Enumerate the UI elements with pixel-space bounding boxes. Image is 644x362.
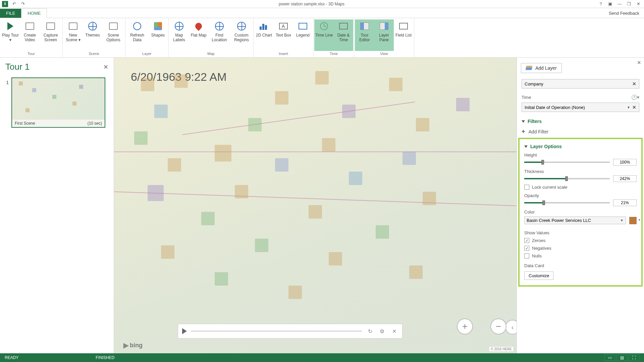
filters-section-header[interactable]: Filters (522, 119, 639, 124)
time-field-input[interactable] (525, 105, 627, 110)
timeline-play-button[interactable] (182, 328, 187, 334)
title-bar: X ↶ ↷ power station sample.xlsx - 3D Map… (0, 0, 644, 8)
time-player: ↻ ⚙ ✕ (178, 324, 402, 339)
time-line-button[interactable]: Time Line (314, 19, 334, 51)
color-field-select[interactable]: Basin Creek Power Services LLC▼ (524, 217, 626, 224)
add-layer-button[interactable]: Add Layer (521, 63, 562, 73)
field-list-button[interactable]: Field List (394, 19, 413, 51)
lock-scale-row[interactable]: Lock current scale (524, 185, 637, 190)
group-insert: 2D Chart Text Box Legend Insert (254, 18, 314, 57)
map-canvas[interactable]: 6/20/1963 9:22 AM ▶bing © 201 (114, 58, 517, 353)
shapes-button[interactable]: Shapes (148, 19, 168, 51)
status-view-button-2[interactable]: ▤ (616, 354, 627, 361)
category-clear-button[interactable]: ✕ (632, 81, 636, 86)
collapse-icon (522, 120, 525, 123)
height-value[interactable]: 100% (613, 159, 637, 166)
tab-file[interactable]: FILE (0, 9, 21, 18)
display-options-button[interactable]: ▣ (606, 1, 614, 7)
capture-screen-button[interactable]: Capture Screen (40, 19, 62, 51)
time-section-label: Time 🕐▾ (522, 95, 639, 100)
restore-button[interactable]: ❐ (625, 1, 633, 7)
2d-chart-button[interactable]: 2D Chart (254, 19, 274, 51)
layer-pane-close-button[interactable]: ✕ (637, 60, 641, 66)
legend-icon (299, 23, 307, 29)
date-time-button[interactable]: Date & Time (334, 19, 353, 51)
time-type-dropdown[interactable]: 🕐▾ (631, 95, 639, 100)
scene-preview (12, 78, 105, 120)
themes-icon (88, 22, 97, 31)
ribbon: Play Tour ▾ Create Video Capture Screen … (0, 18, 644, 58)
timeline-settings-button[interactable]: ⚙ (378, 327, 386, 335)
minimize-button[interactable]: — (615, 1, 624, 7)
window-title: power station sample.xlsx - 3D Maps (27, 2, 596, 6)
color-swatch-picker[interactable] (629, 217, 637, 224)
group-time-label: Time (330, 51, 338, 57)
legend-button[interactable]: Legend (293, 19, 313, 51)
flat-map-button[interactable]: Flat Map (189, 19, 208, 51)
nulls-row[interactable]: Nulls (524, 253, 637, 258)
lock-scale-checkbox[interactable] (524, 185, 529, 190)
find-location-button[interactable]: Find Location (208, 19, 230, 51)
text-box-button[interactable]: Text Box (274, 19, 293, 51)
layers-icon (526, 66, 532, 70)
zeroes-row[interactable]: ✓ Zeroes (524, 238, 637, 243)
category-field-row: ✕ (522, 79, 639, 88)
status-view-button-1[interactable]: ▭ (604, 354, 615, 361)
opacity-slider[interactable] (524, 202, 610, 203)
thickness-label: Thickness (524, 169, 637, 174)
close-button[interactable]: ✕ (634, 1, 643, 7)
group-tour-label: Tour (28, 51, 35, 57)
create-video-button[interactable]: Create Video (20, 19, 40, 51)
play-icon (7, 22, 13, 30)
new-scene-button[interactable]: New Scene ▾ (63, 19, 83, 51)
zeroes-checkbox[interactable]: ✓ (524, 238, 529, 243)
negatives-row[interactable]: ✓ Negatives (524, 246, 637, 251)
zoom-out-button[interactable]: − (490, 318, 506, 335)
opacity-value[interactable]: 21% (613, 199, 637, 206)
map-labels-button[interactable]: Map Labels (169, 19, 189, 51)
group-tour: Play Tour ▾ Create Video Capture Screen … (0, 18, 63, 57)
timeline-loop-button[interactable]: ↻ (366, 327, 374, 335)
play-tour-button[interactable]: Play Tour ▾ (1, 19, 20, 51)
scene-thumbnail[interactable]: 1 First Scene (10 sec) (11, 77, 105, 128)
time-clear-button[interactable]: ✕ (632, 105, 636, 110)
tour-panel-close-button[interactable]: ✕ (103, 63, 108, 71)
help-button[interactable]: ? (596, 1, 605, 7)
status-view-button-3[interactable]: ⛶ (629, 354, 639, 361)
negatives-checkbox[interactable]: ✓ (524, 246, 529, 251)
thickness-value[interactable]: 242% (613, 175, 637, 182)
shapes-icon (154, 22, 162, 30)
themes-button[interactable]: Themes (83, 19, 102, 51)
scene-options-button[interactable]: Scene Options (102, 19, 124, 51)
category-field-input[interactable] (525, 81, 632, 86)
redo-button[interactable]: ↷ (19, 1, 27, 7)
tour-title: Tour 1 (5, 62, 103, 72)
group-view-label: View (380, 51, 388, 57)
custom-regions-button[interactable]: Custom Regions (230, 19, 253, 51)
bing-logo: ▶bing (123, 341, 143, 349)
timeline-track[interactable] (191, 330, 362, 332)
editor-icon (360, 22, 369, 30)
refresh-data-button[interactable]: Refresh Data (126, 19, 148, 51)
find-icon (215, 22, 224, 31)
tab-home[interactable]: HOME (21, 8, 47, 18)
thickness-slider[interactable] (524, 178, 610, 179)
tour-editor-button[interactable]: Tour Editor (355, 19, 374, 51)
group-scene: New Scene ▾ Themes Scene Options Scene (63, 18, 125, 57)
timeline-close-button[interactable]: ✕ (390, 327, 398, 335)
undo-button[interactable]: ↶ (10, 1, 18, 7)
height-slider[interactable] (524, 162, 610, 163)
customize-button[interactable]: Customize (524, 272, 553, 280)
time-field-dropdown[interactable]: ▼ (627, 106, 630, 109)
scene-duration: (10 sec) (88, 121, 102, 126)
layer-pane-button[interactable]: Layer Pane (374, 19, 394, 51)
group-insert-label: Insert (279, 51, 288, 57)
add-filter-button[interactable]: +Add Filter (522, 128, 639, 135)
nulls-checkbox[interactable] (524, 253, 529, 258)
chart-icon (260, 22, 268, 30)
layerpane-icon (380, 22, 388, 30)
layer-options-header[interactable]: Layer Options (524, 144, 637, 149)
zoom-in-button[interactable]: + (457, 318, 473, 335)
send-feedback-link[interactable]: Send Feedback (604, 9, 644, 18)
scene-number: 1 (6, 79, 9, 85)
